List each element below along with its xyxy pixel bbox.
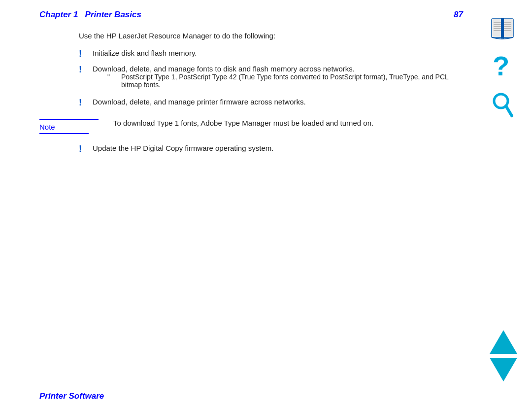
- bullet-text: Download, delete, and manage printer fir…: [93, 98, 306, 106]
- bullet-marker: !: [79, 49, 87, 60]
- svg-line-15: [506, 106, 512, 116]
- list-item: ! Initialize disk and flash memory.: [79, 49, 463, 60]
- chapter-title: Chapter 1 Printer Basics: [39, 10, 141, 20]
- svg-rect-2: [501, 18, 504, 38]
- bullet-marker: !: [79, 144, 87, 155]
- list-item: " PostScript Type 1, PostScript Type 42 …: [107, 73, 463, 89]
- svg-rect-1: [502, 19, 513, 37]
- svg-rect-0: [492, 19, 502, 37]
- footer: Printer Software: [39, 391, 104, 401]
- quote-marker: ": [107, 73, 115, 81]
- chapter-header: Chapter 1 Printer Basics 87: [39, 10, 463, 23]
- book-icon[interactable]: [488, 15, 517, 42]
- bullet-text: Initialize disk and flash memory.: [93, 49, 197, 57]
- note-underline-bottom: [39, 133, 89, 134]
- bullet-marker: !: [79, 98, 87, 108]
- arrow-up-icon[interactable]: [490, 330, 517, 354]
- list-item: ! Download, delete, and manage printer f…: [79, 98, 463, 108]
- bullet-marker: !: [79, 65, 87, 75]
- page-number: 87: [454, 10, 463, 20]
- search-icon[interactable]: [490, 91, 515, 120]
- sub-bullet-list: " PostScript Type 1, PostScript Type 42 …: [107, 73, 463, 89]
- nav-arrows: [490, 330, 517, 381]
- note-label-col: Note: [39, 118, 113, 134]
- note-underline-top: [39, 119, 99, 120]
- arrow-down-icon[interactable]: [490, 358, 517, 381]
- svg-text:?: ?: [493, 52, 509, 81]
- note-text: To download Type 1 fonts, Adobe Type Man…: [113, 118, 373, 129]
- question-icon[interactable]: ?: [491, 52, 514, 81]
- sidebar-icons: ?: [488, 15, 517, 120]
- sub-bullet-text: PostScript Type 1, PostScript Type 42 (T…: [121, 73, 463, 89]
- intro-text: Use the HP LaserJet Resource Manager to …: [79, 32, 463, 40]
- footer-title: Printer Software: [39, 391, 104, 401]
- bullet-text: Download, delete, and manage fonts to di…: [93, 65, 355, 73]
- bullet-content: Download, delete, and manage fonts to di…: [93, 65, 463, 93]
- last-bullet-list: ! Update the HP Digital Copy firmware op…: [79, 144, 463, 155]
- list-item: ! Update the HP Digital Copy firmware op…: [79, 144, 463, 155]
- list-item: ! Download, delete, and manage fonts to …: [79, 65, 463, 93]
- bullet-text: Update the HP Digital Copy firmware oper…: [93, 144, 273, 152]
- bullet-list: ! Initialize disk and flash memory. ! Do…: [79, 49, 463, 108]
- note-section: Note To download Type 1 fonts, Adobe Typ…: [39, 118, 463, 134]
- note-label: Note: [39, 123, 113, 131]
